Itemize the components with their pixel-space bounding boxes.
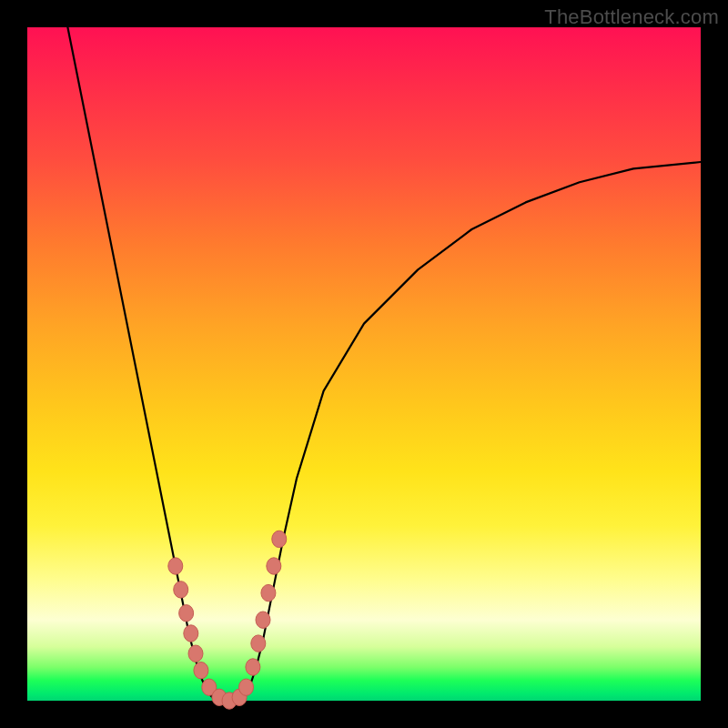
data-marker bbox=[261, 584, 276, 601]
data-marker bbox=[194, 662, 208, 679]
data-marker bbox=[188, 645, 203, 662]
data-marker bbox=[174, 581, 188, 598]
plot-area bbox=[27, 27, 701, 701]
bottleneck-curve bbox=[67, 27, 701, 701]
data-marker bbox=[168, 558, 183, 574]
marker-group bbox=[168, 531, 287, 709]
data-marker bbox=[272, 531, 287, 547]
data-marker bbox=[179, 605, 194, 622]
data-marker bbox=[184, 625, 198, 642]
chart-frame: TheBottleneck.com bbox=[0, 0, 728, 728]
data-marker bbox=[239, 679, 254, 695]
curve-group bbox=[67, 27, 701, 701]
watermark-text: TheBottleneck.com bbox=[544, 5, 719, 29]
chart-svg bbox=[27, 27, 701, 701]
data-marker bbox=[267, 558, 281, 574]
data-marker bbox=[251, 635, 266, 652]
data-marker bbox=[246, 659, 260, 675]
data-marker bbox=[256, 612, 270, 628]
